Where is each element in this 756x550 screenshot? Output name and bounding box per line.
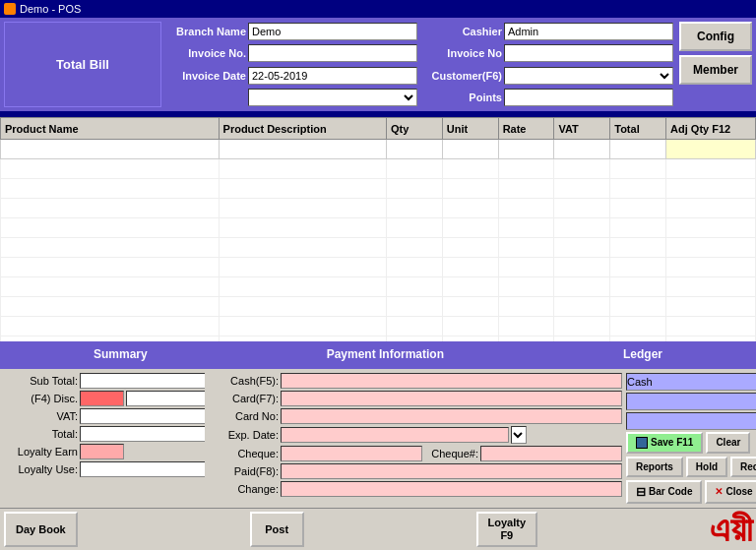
floppy-icon <box>636 437 648 449</box>
reports-button[interactable]: Reports <box>626 457 683 477</box>
barcode-button[interactable]: ⊟ Bar Code <box>626 480 702 504</box>
clear-button[interactable]: Clear <box>706 432 750 454</box>
invoice-date-label: Invoice Date <box>167 70 246 82</box>
branch-input[interactable] <box>248 23 417 40</box>
cash-label: Cash(F5): <box>205 375 279 387</box>
ledger-row-1: ▼ <box>626 373 756 391</box>
invoice-no-right-input[interactable] <box>504 44 673 62</box>
window-title: Demo - POS <box>20 3 81 15</box>
vat-cell[interactable] <box>554 140 610 159</box>
col-qty: Qty <box>387 118 443 140</box>
sub-total-input[interactable] <box>80 373 221 389</box>
exp-date-label: Exp. Date: <box>205 429 279 441</box>
qty-cell[interactable] <box>387 140 443 159</box>
col-unit: Unit <box>442 118 498 140</box>
card-label: Card(F7): <box>205 393 279 404</box>
invoice-no-input[interactable] <box>248 44 417 62</box>
points-label: Points <box>423 92 502 103</box>
ledger-input-2[interactable] <box>626 393 756 410</box>
card-input[interactable] <box>281 391 622 406</box>
member-button[interactable]: Member <box>679 55 752 85</box>
product-desc-cell[interactable] <box>219 140 386 159</box>
table-row <box>1 317 756 336</box>
table-row <box>1 258 756 277</box>
col-total: Total <box>610 118 666 140</box>
exp-date-select[interactable] <box>511 426 527 444</box>
app-icon <box>4 3 16 15</box>
title-bar: Demo - POS <box>0 0 756 18</box>
bottom-labels: Summary Payment Information Ledger <box>4 345 752 365</box>
change-label: Change: <box>205 483 279 495</box>
branch-row: Branch Name <box>165 22 419 41</box>
loyalty-earn-label: Loyalty Earn <box>4 446 78 458</box>
exp-date-input[interactable] <box>281 427 509 443</box>
barcode-icon: ⊟ <box>636 485 646 499</box>
cheque-row: Cheque: Cheque#: <box>205 446 622 461</box>
exp-date-row: Exp. Date: <box>205 426 622 444</box>
hold-button[interactable]: Hold <box>686 457 727 477</box>
loyalty-use-input[interactable] <box>80 461 221 477</box>
close-button[interactable]: ✕ Close <box>705 480 756 504</box>
table-row <box>1 199 756 218</box>
branch-label: Branch Name <box>167 26 246 37</box>
card-no-label: Card No: <box>205 410 279 422</box>
adj-qty-cell[interactable] <box>666 140 756 159</box>
reports-hold-recall-row: Reports Hold Recall <box>626 457 756 477</box>
cashier-input[interactable] <box>504 23 673 40</box>
paid-input[interactable] <box>281 463 622 479</box>
save-f11-button[interactable]: Save F11 <box>626 432 703 454</box>
col-adj-qty: Adj Qty F12 <box>666 118 756 140</box>
bottom-right-actions: Save F11 Clear Reports Hold Recall ⊟ Bar… <box>626 432 756 504</box>
config-button[interactable]: Config <box>679 22 752 51</box>
total-cell[interactable] <box>610 140 666 159</box>
cashier-row: Cashier <box>421 22 675 41</box>
product-table: Product Name Product Description Qty Uni… <box>0 117 756 341</box>
logo-area: এয়ী <box>710 512 752 547</box>
points-row: Points <box>421 88 675 107</box>
loyalty-use-label: Loyalty Use: <box>4 463 78 475</box>
loyalty-f9-button[interactable]: Loyalty F9 <box>476 512 538 547</box>
recall-button[interactable]: Recall <box>730 457 756 477</box>
unit-cell[interactable] <box>442 140 498 159</box>
loyalty-earn-input[interactable] <box>80 444 124 459</box>
customer-select[interactable] <box>504 67 673 85</box>
total-input[interactable] <box>80 426 221 442</box>
col-rate: Rate <box>498 118 554 140</box>
ledger-input-3[interactable] <box>626 412 756 430</box>
close-icon: ✕ <box>715 486 723 497</box>
customer-label: Customer(F6) <box>423 70 502 82</box>
ledger-row-3: ▼ <box>626 412 756 430</box>
invoice-date-input[interactable] <box>248 67 417 85</box>
form-fields: Branch Name Cashier Invoice No. Invoice … <box>165 22 675 107</box>
header-section: Total Bill Branch Name Cashier Invoice N… <box>0 18 756 111</box>
vat-input[interactable] <box>80 408 221 424</box>
total-row: Total: <box>4 426 201 442</box>
loyalty-use-row: Loyalty Use: <box>4 461 201 477</box>
cheque-no-input[interactable] <box>480 446 622 461</box>
change-input[interactable] <box>281 481 622 497</box>
col-product-desc: Product Description <box>219 118 386 140</box>
total-bill-label: Total Bill <box>4 22 161 107</box>
cash-input[interactable] <box>281 373 622 389</box>
col-vat: VAT <box>554 118 610 140</box>
loyalty-earn-row: Loyalty Earn <box>4 444 201 459</box>
day-book-button[interactable]: Day Book <box>4 512 78 547</box>
ledger-label: Ledger <box>623 347 662 361</box>
save-clear-row: Save F11 Clear <box>626 432 756 454</box>
table-row <box>1 238 756 258</box>
cheque-input[interactable] <box>281 446 422 461</box>
col-product-name: Product Name <box>1 118 220 140</box>
product-name-cell[interactable] <box>1 140 220 159</box>
disc-input[interactable] <box>80 391 124 406</box>
table-row <box>1 277 756 297</box>
extra-select[interactable] <box>248 89 417 106</box>
ledger-row-2: ▼ <box>626 393 756 410</box>
rate-cell[interactable] <box>498 140 554 159</box>
card-no-input[interactable] <box>281 408 622 424</box>
ledger-input-1[interactable] <box>626 373 756 391</box>
invoice-no-label: Invoice No. <box>167 47 246 59</box>
invoice-no-right-row: Invoice No <box>421 43 675 63</box>
total-label: Total: <box>4 428 78 440</box>
points-input[interactable] <box>504 89 673 106</box>
post-button[interactable]: Post <box>250 512 304 547</box>
